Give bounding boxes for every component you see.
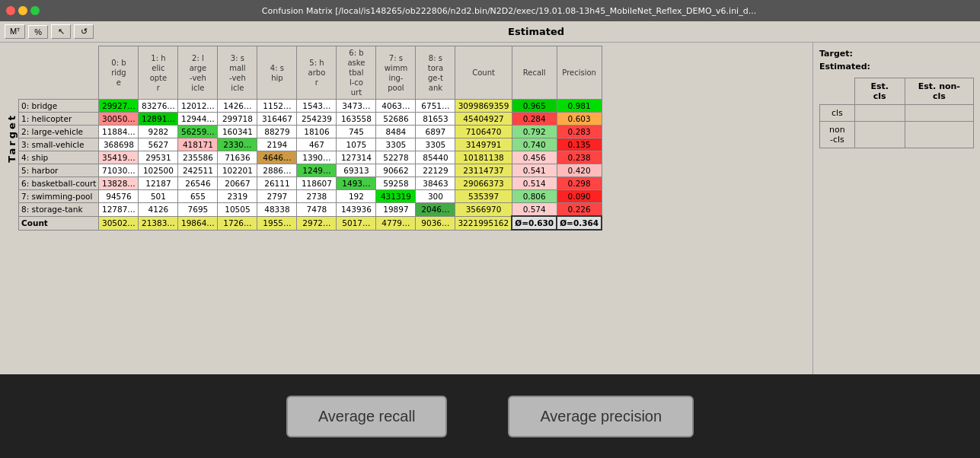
sidebar-row-label-cls: cls (820, 105, 855, 122)
cell-2-8: 6897 (416, 126, 455, 138)
cell-5-6: 69313 (337, 164, 376, 177)
cell-2-6: 745 (337, 126, 376, 138)
cell-5-8: 22129 (416, 164, 455, 177)
matrix-transpose-button[interactable]: Mᵀ (5, 24, 25, 39)
cell-3-count: 3149791 (455, 138, 512, 151)
cell-2-5: 18106 (297, 126, 337, 138)
cell-7-3: 2319 (218, 190, 257, 203)
cell-0-3: 1426… (218, 100, 257, 113)
title-bar: Confusion Matrix [/local/is148265/ob2228… (0, 0, 980, 21)
cell-7-precision: 0.090 (557, 190, 602, 203)
average-precision-button[interactable]: Average precision (508, 396, 694, 437)
sidebar-col-est-noncls: Est. non-cls (905, 78, 973, 105)
cell-4-2: 235586 (178, 151, 218, 164)
col-header-count: Count (455, 46, 512, 100)
sidebar-cell-cls-estcls (854, 105, 905, 122)
col-header-3: 3: small-vehicle (218, 46, 257, 100)
cell-3-4: 2194 (257, 138, 297, 151)
sidebar-cell-noncls-noncls (905, 122, 973, 148)
cell-8-2: 7695 (178, 203, 218, 217)
refresh-button[interactable]: ↺ (74, 24, 94, 39)
cell-4-6: 127314 (337, 151, 376, 164)
row-label-4: 4: ship (19, 151, 99, 164)
cell-6-4: 26111 (257, 177, 297, 190)
minimize-button[interactable] (18, 6, 27, 15)
estimated-title: Estimated (97, 26, 975, 37)
cell-8-3: 10505 (218, 203, 257, 217)
cell-7-2: 655 (178, 190, 218, 203)
cell-5-recall: 0.541 (512, 164, 557, 177)
row-label-5: 5: harbor (19, 164, 99, 177)
table-row-count: Count 30502… 21383… 19864… 1726… 1955… 2… (19, 216, 602, 230)
cell-7-8: 300 (416, 190, 455, 203)
col-header-7: 7: swimming-pool (376, 46, 416, 100)
cell-1-precision: 0.603 (557, 113, 602, 126)
cell-1-8: 81653 (416, 113, 455, 126)
cell-5-3: 102201 (218, 164, 257, 177)
cell-7-recall: 0.806 (512, 190, 557, 203)
row-label-6: 6: basketball-court (19, 177, 99, 190)
cell-7-6: 192 (337, 190, 376, 203)
cell-7-1: 501 (139, 190, 178, 203)
row-label-0: 0: bridge (19, 100, 99, 113)
row-label-2: 2: large-vehicle (19, 126, 99, 138)
close-button[interactable] (6, 6, 15, 15)
row-label-count: Count (19, 216, 99, 230)
cell-7-0: 94576 (99, 190, 139, 203)
cell-5-precision: 0.420 (557, 164, 602, 177)
cell-8-precision: 0.226 (557, 203, 602, 217)
table-row: 7: swimming-pool 94576 501 655 2319 2797… (19, 190, 602, 203)
cell-4-7: 52278 (376, 151, 416, 164)
cell-4-3: 71636 (218, 151, 257, 164)
maximize-button[interactable] (30, 6, 40, 15)
col-header-1: 1: helicopter (139, 46, 178, 100)
cell-1-1: 12891… (139, 113, 178, 126)
cell-0-8: 6751… (416, 100, 455, 113)
cell-2-1: 9282 (139, 126, 178, 138)
cell-5-0: 71030… (99, 164, 139, 177)
cell-1-2: 12944… (178, 113, 218, 126)
cell-5-2: 242511 (178, 164, 218, 177)
cell-0-2: 12012… (178, 100, 218, 113)
col-header-6: 6: basketball-court (337, 46, 376, 100)
row-label-3: 3: small-vehicle (19, 138, 99, 151)
percent-button[interactable]: % (28, 25, 48, 39)
average-recall-button[interactable]: Average recall (286, 396, 447, 437)
cell-5-5: 1249… (297, 164, 337, 177)
matrix-section: Target 0: bridge 1: helicopter 2: large-… (0, 43, 812, 374)
cell-6-5: 118607 (297, 177, 337, 190)
sidebar-row-noncls: non-cls (820, 122, 974, 148)
sidebar-row-label-noncls: non-cls (820, 122, 855, 148)
confusion-matrix: 0: bridge 1: helicopter 2: large-vehicle… (18, 46, 602, 231)
sidebar-cell-noncls-estcls (854, 122, 905, 148)
cell-2-count: 7106470 (455, 126, 512, 138)
matrix-container: 0: bridge 1: helicopter 2: large-vehicle… (18, 46, 602, 231)
table-row: 5: harbor 71030… 102500 242511 102201 28… (19, 164, 602, 177)
cell-1-6: 163558 (337, 113, 376, 126)
cell-8-count: 3566970 (455, 203, 512, 217)
arrow-button[interactable]: ↖ (51, 24, 71, 39)
cell-2-3: 160341 (218, 126, 257, 138)
cell-4-5: 1390… (297, 151, 337, 164)
toolbar: Mᵀ % ↖ ↺ Estimated (0, 21, 980, 43)
cell-3-precision: 0.135 (557, 138, 602, 151)
row-label-7: 7: swimming-pool (19, 190, 99, 203)
cell-8-5: 7478 (297, 203, 337, 217)
cell-1-7: 52686 (376, 113, 416, 126)
cell-8-0: 12787… (99, 203, 139, 217)
cell-4-8: 85440 (416, 151, 455, 164)
cell-5-count: 23114737 (455, 164, 512, 177)
cell-count-2: 19864… (178, 216, 218, 230)
cell-3-5: 467 (297, 138, 337, 151)
table-row: 8: storage-tank 12787… 4126 7695 10505 4… (19, 203, 602, 217)
cell-7-4: 2797 (257, 190, 297, 203)
cell-6-2: 26546 (178, 177, 218, 190)
cell-3-8: 3305 (416, 138, 455, 151)
cell-5-4: 2886… (257, 164, 297, 177)
cell-6-1: 12187 (139, 177, 178, 190)
cell-6-7: 59258 (376, 177, 416, 190)
cell-8-6: 143936 (337, 203, 376, 217)
window-controls (6, 6, 40, 15)
cell-2-precision: 0.283 (557, 126, 602, 138)
cell-1-3: 299718 (218, 113, 257, 126)
